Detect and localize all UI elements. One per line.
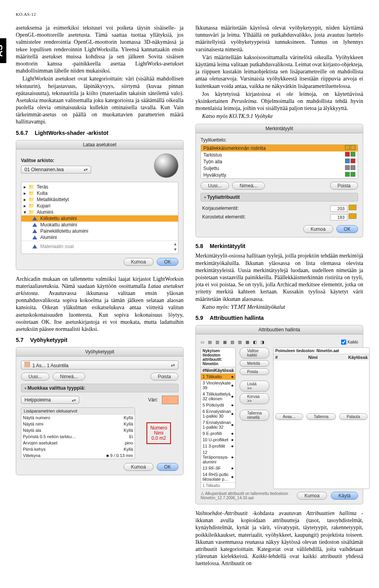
tab-icon[interactable]: ▭ <box>201 340 204 344</box>
all-checkbox[interactable]: Kaikki <box>340 338 358 346</box>
rename-button[interactable]: Nimeä... <box>53 373 85 381</box>
tree-folder[interactable]: ▸Metallikäsittelyt <box>21 196 178 203</box>
attribute-row[interactable]: 4 Tiilikäsittelyä 32 olkinen● <box>201 391 235 402</box>
disclosure-right-icon: ▸ <box>24 184 26 190</box>
tab-icon[interactable]: ▤ <box>208 340 212 344</box>
style-row[interactable]: Työn alla <box>201 158 358 165</box>
apply-button[interactable]: Käytä <box>331 492 358 500</box>
scroll-up-icon[interactable]: ▴ <box>173 241 178 246</box>
tab-icon[interactable]: ◧ <box>253 340 257 344</box>
ok-button[interactable]: OK <box>336 225 358 233</box>
param-row[interactable]: Arvojen asetuksetpino <box>21 440 135 446</box>
attribute-row[interactable]: 5 Pötköydit● <box>201 402 235 408</box>
ok-button[interactable]: OK <box>157 463 178 471</box>
open-button[interactable]: Avaa… <box>275 413 303 420</box>
tab-icon[interactable]: ▥ <box>216 340 219 344</box>
attribute-row[interactable]: 14 RHS-putki liitosolate p…● <box>201 471 235 482</box>
cancel-button[interactable]: Kumoa <box>297 492 327 500</box>
body-paragraph: Archicadin mukaan on tallennettu valmiik… <box>16 276 184 333</box>
highlighted-elements-field[interactable]: 183 <box>330 214 347 220</box>
tab-icons[interactable]: ▭▤▥▦▧▨▩◧◨ <box>201 340 264 344</box>
color-swatch[interactable] <box>349 213 356 219</box>
new-button[interactable]: Uusi... <box>201 182 229 190</box>
style-list-label: Tyyliluettelo: <box>201 137 358 143</box>
attribute-row[interactable]: 10 U-profliket● <box>201 437 235 443</box>
folder-icon <box>28 190 34 196</box>
new-button[interactable]: Uusi... <box>21 373 49 381</box>
markup-styles-dialog: Merkintätyylit Tyyliluettelo: Päällekkäi… <box>195 124 363 237</box>
param-row[interactable]: Näytä nimiKyllä <box>21 421 135 427</box>
stamp-select[interactable]: Helppoleima▴▾ <box>21 396 79 404</box>
revert-button[interactable]: Palauta <box>339 413 368 420</box>
attribute-row[interactable]: 11 3-profiilit● <box>201 443 235 449</box>
replace-button[interactable]: Korvaa >> <box>240 393 269 404</box>
save-button[interactable]: Tallenna <box>306 413 336 420</box>
tree-folder[interactable]: ▸Kupari <box>21 203 178 209</box>
select-all-button[interactable]: Valitse kaikki <box>240 347 269 358</box>
edit-type-disclosure[interactable]: Muokkaa valittua tyyppiä: <box>21 384 178 392</box>
tab-icon[interactable]: ▨ <box>238 340 242 344</box>
cancel-button[interactable]: Kumoa <box>124 258 154 266</box>
attribute-row[interactable]: 7 Ennalystinan 1-palkki 32● <box>201 419 235 430</box>
ok-button[interactable]: OK <box>157 258 178 266</box>
row-count: 1 Tiilikatto <box>201 482 235 489</box>
param-row[interactable]: Piirrä kehysKyllä <box>21 446 135 452</box>
style-list[interactable]: Päällekkäismerkinnän ristiriitaTarkistus… <box>201 145 358 178</box>
attribute-row[interactable]: 12 Teräponssya-alumini● <box>201 449 235 465</box>
tab-icon[interactable]: ▩ <box>246 340 249 344</box>
param-row[interactable]: Pyöristä 0.5 neliön tarkku…Ei <box>21 433 135 440</box>
attribute-row[interactable]: 1 Tiilikatto● <box>201 373 235 380</box>
tree-item[interactable]: Painekiillotettu alumiini <box>21 228 178 234</box>
style-row[interactable]: Suljettu <box>201 165 358 172</box>
body-paragraph: Väri määritellään kaksoisosoittamalla vä… <box>195 54 363 90</box>
delete-button[interactable]: Poista <box>330 182 358 190</box>
body-paragraph: Merkintätyylit-osiossa hallitaan tyylejä… <box>195 252 363 302</box>
attribute-row[interactable]: 9 E-profiili● <box>201 430 235 437</box>
attribute-row[interactable]: 13 RF-9F● <box>201 465 235 471</box>
param-row[interactable]: Viitekyna■ 9 / 0.13 mm <box>21 452 135 459</box>
style-attributes-disclosure[interactable]: Tyyliattribuutit <box>201 193 358 202</box>
body-paragraph: Vaihtoehdot–Attribuutit -kohdasta avautu… <box>195 510 363 567</box>
tree-item[interactable]: Kiillotettu alumiini <box>21 215 178 222</box>
tab-icon[interactable]: ▧ <box>231 340 234 344</box>
color-swatch[interactable] <box>162 396 178 404</box>
color-swatch[interactable] <box>349 205 356 210</box>
param-row[interactable]: Näytä alaKyllä <box>21 427 135 433</box>
style-row[interactable]: Tarkistus <box>201 151 358 158</box>
tree-folder[interactable]: ▾Alumiini <box>21 209 178 215</box>
dialog-title: Lataa asetukset <box>16 140 183 149</box>
tree-folder[interactable]: ▸Kulta <box>21 190 178 196</box>
crossref: Katso myös KO.TK.9.1 Vyöhyke <box>195 113 363 120</box>
material-icon <box>32 217 37 220</box>
attribute-row[interactable]: 3 Vinolevykate 39● <box>201 380 235 391</box>
tab-icon[interactable]: ▦ <box>223 340 227 344</box>
cancel-button[interactable]: Kumoa <box>124 463 154 471</box>
add-button[interactable]: Lisää >> <box>240 381 269 392</box>
scroll-down-icon[interactable]: ▾ <box>173 246 178 252</box>
archive-select[interactable]: 01 Olennainen.lwa▴▾ <box>21 166 91 174</box>
style-row[interactable]: Päällekkäismerkinnän ristiriita <box>201 145 358 151</box>
save-as-button[interactable]: Tallenna nimellä <box>240 410 269 421</box>
tab-icon[interactable]: ◨ <box>261 340 264 344</box>
delete-button[interactable]: Poista <box>240 368 269 375</box>
stamp-preview: NumeroNimi0,0 m2 <box>146 422 171 444</box>
tree-item[interactable]: Alumiini <box>21 234 178 241</box>
merge-button[interactable]: Merkitä <box>240 360 269 367</box>
disclosure-right-icon: ▸ <box>24 203 26 209</box>
tree-folder[interactable]: ▸Teräs <box>21 184 178 190</box>
preview-sphere <box>154 153 178 178</box>
material-icon <box>32 235 37 239</box>
disclosure-down-icon: ▾ <box>24 209 26 215</box>
param-row[interactable]: Näytä numeroKyllä <box>21 414 135 421</box>
correction-elements-field[interactable]: 203 <box>330 205 347 212</box>
zone-select[interactable]: 1 As... 1 Asuintila▴▾ <box>21 360 178 370</box>
dialog-title: Vyöhyketyypit <box>16 347 183 357</box>
tree-item[interactable]: Muokattu alumiini <box>21 222 178 228</box>
crossref: Katso myös: YT.MT Merkintätyökalut <box>195 304 363 311</box>
attribute-row[interactable]: 6 Ennalystinan 1-palkki 30● <box>201 408 235 419</box>
attribute-list[interactable]: 1 Tiilikatto●3 Vinolevykate 39●4 Tiilikä… <box>201 373 235 482</box>
rename-button[interactable]: Nimeä... <box>232 182 265 190</box>
cancel-button[interactable]: Kumoa <box>303 225 333 233</box>
style-row[interactable]: Hyväksytty <box>201 172 358 178</box>
delete-button[interactable]: Poista <box>150 373 178 381</box>
